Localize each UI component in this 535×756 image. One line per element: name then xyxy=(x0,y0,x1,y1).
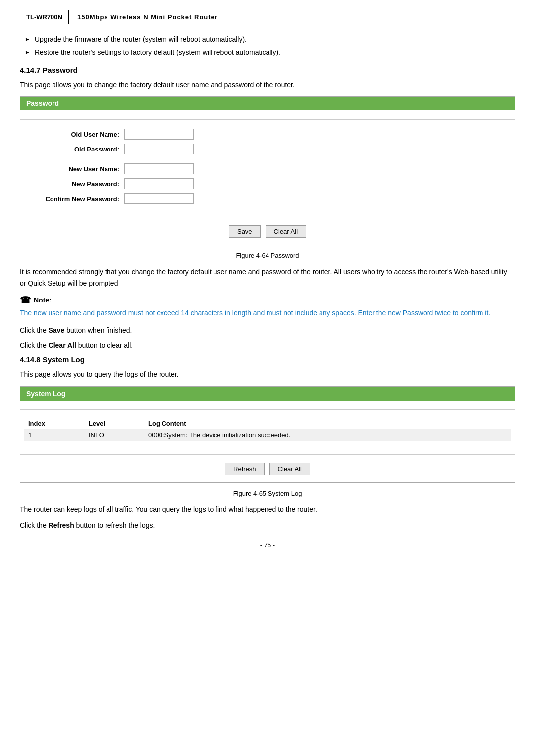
bullet-item-2: Restore the router's settings to factory… xyxy=(25,48,515,58)
note-title: ☎ Note: xyxy=(20,295,515,305)
old-username-group: Old User Name: xyxy=(20,129,515,140)
confirm-password-label: Confirm New Password: xyxy=(30,195,119,202)
page-number: - 75 - xyxy=(20,541,515,549)
note-text: The new user name and password must not … xyxy=(20,307,515,318)
password-panel-header: Password xyxy=(20,97,515,110)
new-password-label: New Password: xyxy=(30,180,119,188)
header-bar: TL-WR700N 150Mbps Wireless N Mini Pocket… xyxy=(20,10,515,24)
old-username-input[interactable] xyxy=(124,129,194,140)
system-log-description: This page allows you to query the logs o… xyxy=(20,369,515,380)
log-table-wrapper: Index Level Log Content 1 INFO 0000:Syst… xyxy=(20,414,515,441)
password-description: This page allows you to change the facto… xyxy=(20,79,515,90)
table-row: 1 INFO 0000:System: The device initializ… xyxy=(24,429,511,441)
old-password-label: Old Password: xyxy=(30,146,119,153)
password-figure-caption: Figure 4-64 Password xyxy=(20,252,515,259)
confirm-password-input[interactable] xyxy=(124,193,194,204)
old-password-input[interactable] xyxy=(124,144,194,154)
system-log-panel-body: Index Level Log Content 1 INFO 0000:Syst… xyxy=(20,401,515,482)
password-button-row: Save Clear All xyxy=(20,221,515,240)
click-save-note: Click the Save button when finished. xyxy=(20,325,515,336)
click-clear-note: Click the Clear All button to clear all. xyxy=(20,340,515,351)
new-username-input[interactable] xyxy=(124,163,194,174)
system-log-panel-header: System Log xyxy=(20,387,515,401)
col-content: Log Content xyxy=(144,418,511,429)
note-section: ☎ Note: The new user name and password m… xyxy=(20,295,515,318)
log-table: Index Level Log Content 1 INFO 0000:Syst… xyxy=(24,418,511,441)
log-index: 1 xyxy=(24,429,85,441)
old-password-group: Old Password: xyxy=(20,144,515,154)
system-log-section-title: 4.14.8 System Log xyxy=(20,355,515,364)
new-password-group: New Password: xyxy=(20,178,515,189)
password-body-text: It is recommended strongly that you chan… xyxy=(20,266,515,289)
new-username-label: New User Name: xyxy=(30,165,119,173)
password-section-title: 4.14.7 Password xyxy=(20,66,515,74)
header-model: TL-WR700N xyxy=(20,10,69,24)
col-index: Index xyxy=(24,418,85,429)
system-log-button-row: Refresh Clear All xyxy=(20,459,515,477)
password-panel-body: Old User Name: Old Password: New User Na… xyxy=(20,110,515,245)
system-log-body-text1: The router can keep logs of all traffic.… xyxy=(20,504,515,515)
refresh-button[interactable]: Refresh xyxy=(225,463,265,475)
log-table-header-row: Index Level Log Content xyxy=(24,418,511,429)
log-content: 0000:System: The device initialization s… xyxy=(144,429,511,441)
system-log-panel: System Log Index Level Log Content 1 INF… xyxy=(20,386,515,483)
password-panel: Password Old User Name: Old Password: Ne… xyxy=(20,96,515,245)
header-title: 150Mbps Wireless N Mini Pocket Router xyxy=(69,10,226,24)
password-clear-button[interactable]: Clear All xyxy=(266,225,306,238)
new-password-input[interactable] xyxy=(124,178,194,189)
password-save-button[interactable]: Save xyxy=(229,225,261,238)
note-icon: ☎ xyxy=(20,295,31,305)
click-refresh-note: Click the Refresh button to refresh the … xyxy=(20,520,515,531)
old-username-label: Old User Name: xyxy=(30,131,119,138)
system-log-figure-caption: Figure 4-65 System Log xyxy=(20,490,515,497)
log-level: INFO xyxy=(85,429,144,441)
bullet-item-1: Upgrade the firmware of the router (syst… xyxy=(25,34,515,45)
intro-bullets: Upgrade the firmware of the router (syst… xyxy=(20,34,515,58)
new-username-group: New User Name: xyxy=(20,163,515,174)
note-title-text: Note: xyxy=(34,296,52,304)
col-level: Level xyxy=(85,418,144,429)
confirm-password-group: Confirm New Password: xyxy=(20,193,515,204)
system-log-clear-button[interactable]: Clear All xyxy=(269,463,310,475)
